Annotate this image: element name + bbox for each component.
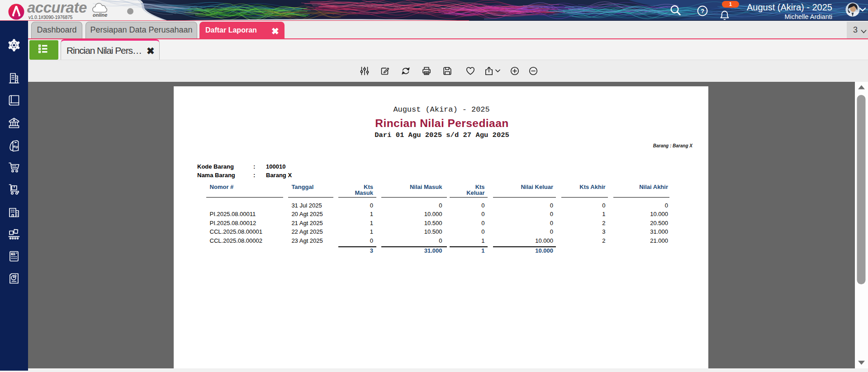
svg-text:?: ? bbox=[701, 8, 704, 14]
svg-text:Rp: Rp bbox=[14, 145, 18, 149]
svg-text:TAX: TAX bbox=[12, 253, 16, 255]
